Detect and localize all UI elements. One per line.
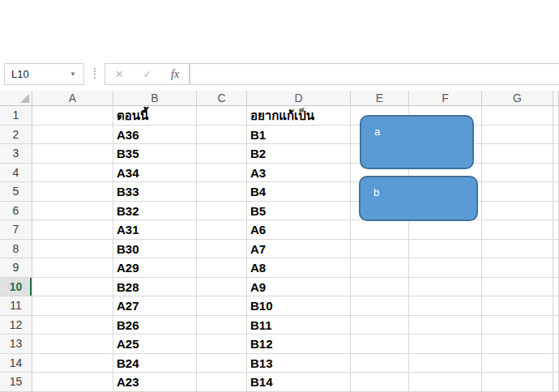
cell-G7[interactable] (482, 220, 553, 240)
cell-H9[interactable] (553, 258, 559, 278)
cell-A6[interactable] (32, 202, 113, 221)
cell-E14[interactable] (351, 354, 409, 373)
row-header-4[interactable]: 4 (0, 164, 32, 183)
cell-H4[interactable] (553, 164, 559, 183)
cell-G2[interactable] (482, 126, 553, 145)
cell-F15[interactable] (409, 373, 482, 392)
cell-A11[interactable] (32, 296, 113, 316)
cell-H8[interactable] (553, 240, 559, 259)
formula-bar-separator[interactable] (94, 68, 96, 79)
cell-C9[interactable] (197, 258, 247, 278)
cell-C14[interactable] (197, 354, 247, 373)
cell-H5[interactable] (553, 182, 559, 202)
cell-F13[interactable] (409, 334, 482, 354)
cell-F9[interactable] (409, 258, 482, 278)
cell-C12[interactable] (197, 316, 247, 335)
cell-B10[interactable]: B28 (113, 278, 197, 297)
cell-C3[interactable] (197, 144, 247, 164)
row-header-7[interactable]: 7 (0, 220, 32, 240)
column-header-B[interactable]: B (113, 91, 197, 106)
cell-D3[interactable]: B2 (247, 144, 351, 164)
cell-F8[interactable] (409, 240, 482, 259)
cell-H6[interactable] (553, 202, 559, 221)
cell-E13[interactable] (351, 334, 409, 354)
cell-A14[interactable] (32, 354, 113, 373)
cell-B11[interactable]: A27 (113, 296, 197, 316)
cell-A13[interactable] (32, 334, 113, 354)
row-header-2[interactable]: 2 (0, 126, 32, 145)
cell-H13[interactable] (553, 334, 559, 354)
enter-icon[interactable]: ✓ (143, 68, 151, 80)
cell-H2[interactable] (553, 126, 559, 145)
column-header-D[interactable]: D (247, 91, 351, 106)
column-header-E[interactable]: E (351, 91, 409, 106)
cell-C4[interactable] (197, 164, 247, 183)
row-header-5[interactable]: 5 (0, 182, 32, 202)
cell-E12[interactable] (351, 316, 409, 335)
cell-A7[interactable] (32, 220, 113, 240)
cell-D4[interactable]: A3 (247, 164, 351, 183)
column-header-A[interactable]: A (32, 91, 113, 106)
cell-C7[interactable] (197, 220, 247, 240)
cell-D5[interactable]: B4 (247, 182, 351, 202)
cell-B8[interactable]: B30 (113, 240, 197, 259)
cell-G5[interactable] (482, 182, 553, 202)
cell-G10[interactable] (482, 278, 553, 297)
name-box-dropdown-icon[interactable]: ▼ (70, 70, 83, 78)
cell-A4[interactable] (32, 164, 113, 183)
cell-H10[interactable] (553, 278, 559, 297)
cell-G9[interactable] (482, 258, 553, 278)
cell-D9[interactable]: A8 (247, 258, 351, 278)
cell-B6[interactable]: B32 (113, 202, 197, 221)
cell-E10[interactable] (351, 278, 409, 297)
row-header-6[interactable]: 6 (0, 202, 32, 221)
cell-C5[interactable] (197, 182, 247, 202)
cell-A10[interactable] (32, 278, 113, 297)
cell-H14[interactable] (553, 354, 559, 373)
cell-A9[interactable] (32, 258, 113, 278)
cell-A8[interactable] (32, 240, 113, 259)
cell-H1[interactable] (553, 106, 559, 126)
cell-A1[interactable] (32, 106, 113, 126)
cell-H11[interactable] (553, 296, 559, 316)
cell-G3[interactable] (482, 144, 553, 164)
cell-A3[interactable] (32, 144, 113, 164)
cell-B1[interactable]: ตอนนี้ (113, 106, 197, 126)
column-header-C[interactable]: C (197, 91, 247, 106)
cell-C11[interactable] (197, 296, 247, 316)
cell-B4[interactable]: A34 (113, 164, 197, 183)
name-box[interactable]: L10 ▼ (4, 63, 84, 85)
row-header-13[interactable]: 13 (0, 334, 32, 354)
row-header-10[interactable]: 10 (0, 278, 32, 297)
cell-E15[interactable] (351, 373, 409, 392)
column-header-G[interactable]: G (482, 91, 553, 106)
cancel-icon[interactable]: ✕ (115, 68, 124, 80)
cell-B9[interactable]: A29 (113, 258, 197, 278)
cell-D1[interactable]: อยากแก้เป็น (247, 106, 351, 126)
cell-B12[interactable]: B26 (113, 316, 197, 335)
cell-G1[interactable] (482, 106, 553, 126)
cell-D11[interactable]: B10 (247, 296, 351, 316)
insert-function-icon[interactable]: fx (171, 68, 179, 81)
cell-D14[interactable]: B13 (247, 354, 351, 373)
cell-G12[interactable] (482, 316, 553, 335)
cell-B5[interactable]: B33 (113, 182, 197, 202)
cell-C10[interactable] (197, 278, 247, 297)
cell-B15[interactable]: A23 (113, 373, 197, 392)
cell-F12[interactable] (409, 316, 482, 335)
cell-B3[interactable]: B35 (113, 144, 197, 164)
row-header-9[interactable]: 9 (0, 258, 32, 278)
cell-D2[interactable]: B1 (247, 126, 351, 145)
cell-D6[interactable]: B5 (247, 202, 351, 221)
row-header-12[interactable]: 12 (0, 316, 32, 335)
cell-A12[interactable] (32, 316, 113, 335)
cell-F11[interactable] (409, 296, 482, 316)
select-all-corner[interactable] (0, 91, 32, 106)
shape-a[interactable]: a (360, 115, 474, 169)
row-header-8[interactable]: 8 (0, 240, 32, 259)
row-header-15[interactable]: 15 (0, 373, 32, 392)
cell-C8[interactable] (197, 240, 247, 259)
cell-C13[interactable] (197, 334, 247, 354)
cell-E9[interactable] (351, 258, 409, 278)
cell-H12[interactable] (553, 316, 559, 335)
